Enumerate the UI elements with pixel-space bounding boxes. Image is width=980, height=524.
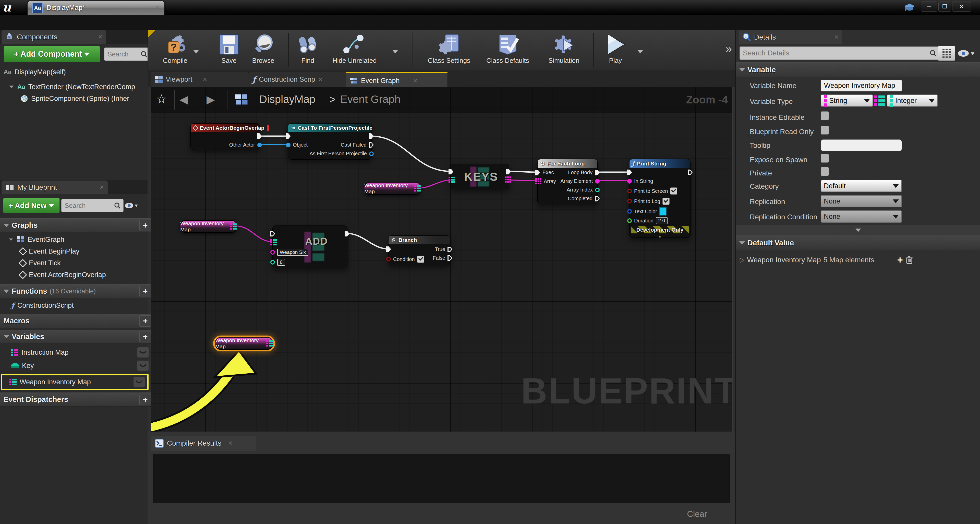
tooltip-input[interactable] [821, 139, 902, 151]
pin-array-element[interactable]: Array Element [560, 178, 600, 184]
property-matrix-button[interactable] [938, 46, 955, 61]
pin-print-to-log[interactable]: Print to Log [627, 197, 670, 205]
pin-in-string[interactable]: In String [627, 178, 653, 184]
compiler-output[interactable] [153, 454, 730, 503]
default-value-row[interactable]: ▷ Weapon Inventory Map 5 Map elements + [740, 254, 977, 266]
macros-section-header[interactable]: Macros + [0, 314, 155, 328]
pin-true[interactable]: True [435, 247, 452, 252]
compile-button[interactable]: ? Compile [153, 33, 197, 68]
pin-exec-out[interactable] [506, 169, 511, 174]
pin-exec-in[interactable] [449, 169, 453, 174]
component-row-textrender[interactable]: Aa TextRender (NewTextRenderComp [5, 81, 151, 92]
component-row-self[interactable]: Aa DisplayMap(self) [0, 66, 151, 78]
pin-exec-out[interactable] [257, 133, 262, 139]
details-visibility-icon[interactable] [957, 49, 975, 58]
section-expander-icon[interactable] [3, 290, 9, 293]
add-event-dispatcher-button[interactable]: + [139, 394, 151, 405]
clear-button[interactable]: Clear [687, 509, 707, 519]
pin-array-in[interactable]: Array [535, 178, 556, 184]
variable-row-key[interactable]: Key [8, 360, 151, 371]
components-search-input[interactable] [107, 50, 138, 59]
variable-type-value-dropdown[interactable]: Integer [887, 94, 938, 107]
pin-exec-out[interactable] [345, 231, 350, 236]
tab-construction-script[interactable]: ƒ Construction Scrip ✕ [248, 72, 349, 87]
pin-as-first-person-projectile[interactable]: As First Person Projectile [309, 151, 374, 156]
event-dispatchers-section-header[interactable]: Event Dispatchers + [0, 392, 155, 406]
instance-editable-checkbox[interactable] [821, 111, 829, 120]
my-blueprint-tab-close-icon[interactable]: ✕ [100, 184, 104, 191]
pin-false[interactable]: False [433, 255, 452, 261]
component-row-sprite[interactable]: SpriteComponent (Sprite) (Inher [17, 93, 151, 104]
section-expander-icon[interactable] [3, 224, 9, 227]
variables-section-header[interactable]: Variables + [0, 330, 155, 344]
toolbar-overflow-chevron[interactable]: » [726, 42, 732, 55]
pin-completed[interactable]: Completed [568, 196, 600, 201]
asset-tab-close-icon[interactable]: ✕ [155, 5, 160, 11]
hide-unrelated-button[interactable]: Hide Unrelated [326, 33, 383, 68]
nav-forward-icon[interactable]: ▶ [207, 93, 215, 106]
components-tab[interactable]: Components ✕ [2, 30, 106, 44]
details-tab-close-icon[interactable]: ✕ [834, 34, 839, 41]
compile-options-chevron[interactable] [193, 50, 199, 53]
node-variable-weapon-inventory-map-selected[interactable]: Weapon Inventory Map [215, 337, 274, 350]
map-pin-icon[interactable] [230, 223, 237, 230]
class-defaults-button[interactable]: Class Defaults [481, 33, 535, 68]
collapse-arrow-icon[interactable]: ▲ [630, 234, 690, 238]
event-graph-canvas[interactable]: ☆ ◀ ▶ DisplayMap > Event Graph Zoom -4 B… [151, 87, 733, 432]
add-component-button[interactable]: + Add Component [3, 46, 100, 62]
node-map-add[interactable]: ADD Weapon Six 6 [272, 226, 347, 268]
add-element-button[interactable]: + [897, 255, 903, 266]
visibility-filter-icon[interactable] [124, 201, 138, 210]
functions-section-header[interactable]: Functions (16 Overridable) + [0, 284, 155, 298]
category-dropdown[interactable]: Default [821, 180, 902, 192]
checkbox-checked[interactable] [417, 256, 424, 263]
details-tab[interactable]: i Details ✕ [739, 30, 842, 44]
pin-duration[interactable]: Duration2.0 [627, 217, 668, 224]
breadcrumb-event-graph[interactable]: Event Graph [340, 93, 401, 105]
add-macro-button[interactable]: + [139, 315, 151, 327]
sidebar-item-event-actorbeginoverlap[interactable]: Event ActorBeginOverlap [16, 269, 151, 280]
favorite-star-icon[interactable]: ☆ [156, 92, 167, 106]
compiler-tab-close-icon[interactable]: ✕ [228, 440, 232, 447]
pin-cast-failed[interactable]: Cast Failed [341, 142, 374, 148]
tab-event-graph[interactable]: Event Graph ✕ [346, 72, 448, 88]
my-blueprint-search[interactable] [61, 199, 124, 212]
duration-value[interactable]: 2.0 [656, 217, 668, 224]
value-field[interactable]: 6 [277, 259, 285, 266]
checkbox-checked[interactable] [670, 188, 677, 194]
browse-button[interactable]: Browse [245, 33, 281, 68]
pin-target-map[interactable] [270, 239, 277, 246]
pin-keys-array-out[interactable] [505, 177, 511, 183]
node-branch[interactable]: Branch Condition True False [388, 236, 450, 265]
simulation-button[interactable]: Simulation [541, 33, 587, 68]
details-search-input[interactable] [742, 49, 928, 57]
map-pin-icon[interactable] [414, 185, 421, 192]
pin-exec-in[interactable]: Exec [535, 170, 554, 175]
variable-type-key-dropdown[interactable]: String [821, 94, 873, 107]
play-button[interactable]: Play [598, 33, 633, 68]
pin-other-actor[interactable]: Other Actor [229, 142, 262, 148]
components-tab-close-icon[interactable]: ✕ [98, 34, 103, 40]
add-variable-button[interactable]: + [139, 331, 151, 342]
advanced-expander[interactable] [736, 225, 980, 236]
replication-condition-dropdown[interactable]: None [821, 210, 902, 223]
close-button[interactable]: ✕ [952, 2, 971, 12]
details-search[interactable] [740, 46, 939, 60]
node-variable-weapon-inventory-map-1[interactable]: Weapon Inventory Map [364, 182, 422, 195]
pin-exec-in[interactable] [286, 133, 291, 139]
minimize-button[interactable]: ─ [921, 2, 937, 12]
variable-row-instruction-map[interactable]: Instruction Map [8, 347, 151, 358]
section-expander-icon[interactable] [3, 335, 9, 338]
trash-icon[interactable] [905, 256, 913, 264]
restore-button[interactable]: ❐ [939, 2, 951, 12]
key-value-field[interactable]: Weapon Six [277, 249, 309, 256]
pin-array-index[interactable]: Array Index [567, 187, 600, 193]
pin-object[interactable]: Object [286, 142, 308, 148]
components-search[interactable] [104, 48, 150, 61]
pin-condition[interactable]: Condition [386, 256, 424, 263]
map-pin-icon[interactable] [266, 340, 273, 347]
sidebar-item-event-tick[interactable]: Event Tick [16, 258, 151, 268]
tab-close-icon[interactable]: ✕ [203, 76, 207, 83]
pin-text-color[interactable]: Text Color [627, 207, 667, 215]
node-cast-to-firstpersonprojectile[interactable]: ↠ Cast To FirstPersonProjectile Object C… [288, 123, 372, 159]
